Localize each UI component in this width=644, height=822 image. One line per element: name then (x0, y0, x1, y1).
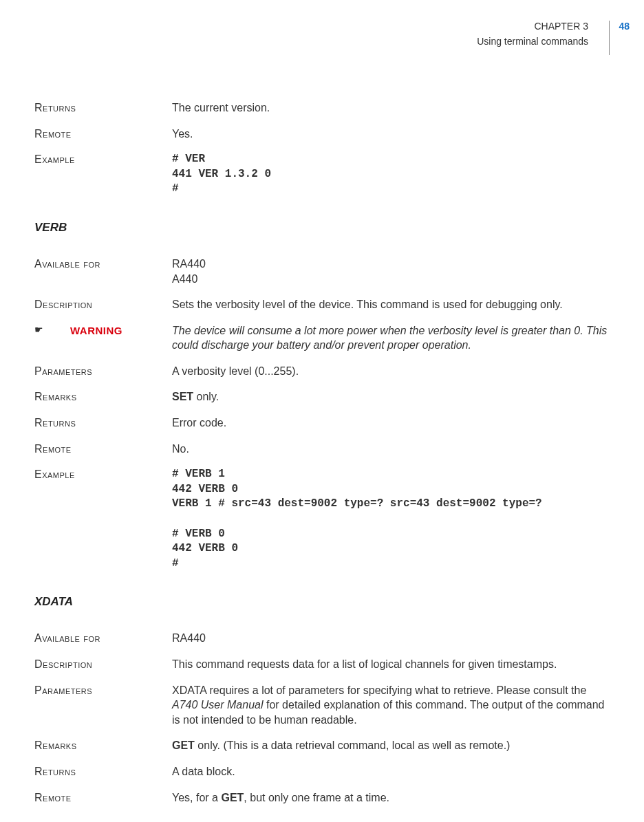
example-value-verb: # VERB 1 442 VERB 0 VERB 1 # src=43 dest… (172, 463, 610, 578)
remarks-label-xdata: Remarks (34, 734, 172, 760)
returns-value-verb: Error code. (172, 411, 610, 437)
available-for-text: RA440 A440 (172, 257, 610, 286)
remote-value-verb: No. (172, 437, 610, 464)
example-code: # VER 441 VER 1.3.2 0 # (172, 152, 610, 197)
remote-value: Yes. (172, 122, 610, 149)
remote-label: Remote (34, 122, 172, 149)
example-label-verb: Example (34, 463, 172, 578)
remote-label-xdata: Remote (34, 786, 172, 812)
parameters-label-xdata: Parameters (34, 679, 172, 735)
remote-value-xdata: Yes, for a GET, but only one frame at a … (172, 786, 610, 812)
description-value-xdata: This command requests data for a list of… (172, 653, 610, 679)
description-label-xdata: Description (34, 653, 172, 679)
remarks-label: Remarks (34, 385, 172, 411)
available-for-value: RA440 A440 (172, 252, 610, 293)
remote-label-verb: Remote (34, 437, 172, 464)
chapter-subheading: Using terminal commands (34, 36, 588, 47)
chapter-label: CHAPTER 3 (34, 21, 588, 32)
definition-table: Returns The current version. Remote Yes.… (34, 96, 610, 812)
section-heading-verb: VERB (34, 220, 610, 236)
returns-label-verb: Returns (34, 411, 172, 437)
remarks-value-xdata: GET only. (This is a data retrieval comm… (172, 734, 610, 760)
parameters-value: A verbosity level (0...255). (172, 360, 610, 386)
parameters-value-xdata: XDATA requires a lot of parameters for s… (172, 679, 610, 735)
description-label: Description (34, 293, 172, 319)
warning-cell: ☛WARNING (34, 319, 172, 360)
example-label: Example (34, 148, 172, 204)
example-value: # VER 441 VER 1.3.2 0 # (172, 148, 610, 204)
warning-icon: ☛ (34, 323, 45, 336)
section-heading-xdata: XDATA (34, 594, 610, 610)
remarks-value: SET only. (172, 385, 610, 411)
available-for-label: Available for (34, 252, 172, 293)
returns-value-xdata: A data block. (172, 760, 610, 786)
page-header: CHAPTER 3 Using terminal commands 48 (34, 21, 610, 55)
example-code-verb: # VERB 1 442 VERB 0 VERB 1 # src=43 dest… (172, 467, 610, 571)
returns-label-xdata: Returns (34, 760, 172, 786)
available-for-value-xdata: RA440 (172, 627, 610, 653)
description-value: Sets the verbosity level of the device. … (172, 293, 610, 319)
returns-value: The current version. (172, 96, 610, 122)
parameters-label: Parameters (34, 360, 172, 386)
page-number: 48 (619, 21, 630, 32)
warning-text: The device will consume a lot more power… (172, 319, 610, 360)
warning-label: WARNING (70, 325, 122, 336)
returns-label: Returns (34, 96, 172, 122)
available-for-label-xdata: Available for (34, 627, 172, 653)
